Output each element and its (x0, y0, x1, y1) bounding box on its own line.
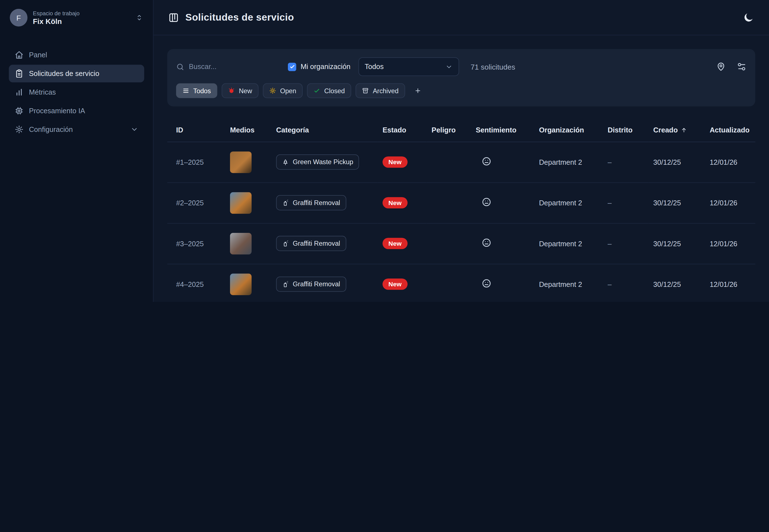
column-header[interactable]: Organización (534, 118, 603, 142)
request-id: #1–2025 (167, 142, 225, 182)
sidebar: F Espacio de trabajo Fix Köln Panel Soli… (0, 0, 153, 302)
chevrons-up-down-icon (135, 14, 143, 21)
column-header[interactable]: Actualizado (705, 118, 755, 142)
table-header-row: IDMediosCategoríaEstadoPeligroSentimient… (167, 118, 755, 142)
table-row[interactable]: #2–2025 Graffiti Removal New Department … (167, 183, 755, 223)
sidebar-nav: Panel Solicitudes de servicio Métricas P… (9, 46, 144, 138)
sort-arrow-up-icon (681, 127, 687, 133)
status-tab-closed[interactable]: Closed (307, 83, 351, 98)
category-label: Graffiti Removal (293, 280, 340, 288)
request-id: #4–2025 (167, 264, 225, 302)
bar-chart-icon (15, 88, 24, 97)
workspace-avatar: F (10, 9, 27, 26)
district-cell: – (603, 183, 648, 223)
request-count: 71 solicitudes (471, 63, 515, 71)
gear-icon (269, 87, 276, 94)
media-thumbnail[interactable] (230, 233, 252, 254)
workspace-name: Fix Köln (33, 17, 80, 25)
status-tabs: Todos New Open Closed (176, 83, 746, 98)
sidebar-item-label: Solicitudes de servicio (29, 70, 99, 77)
district-cell: – (603, 142, 648, 182)
sidebar-item-procesamiento-ia[interactable]: Procesamiento IA (9, 102, 144, 120)
requests-table: IDMediosCategoríaEstadoPeligroSentimient… (167, 118, 755, 302)
category-icon (282, 281, 289, 288)
danger-cell (427, 223, 471, 264)
danger-cell (427, 142, 471, 182)
status-tab-new[interactable]: New (222, 83, 258, 98)
table-row[interactable]: #3–2025 Graffiti Removal New Department … (167, 223, 755, 264)
my-organization-checkbox[interactable]: Mi organización (288, 63, 350, 71)
category-label: Graffiti Removal (293, 240, 340, 247)
created-cell: 30/12/25 (648, 264, 705, 302)
sidebar-item-solicitudes[interactable]: Solicitudes de servicio (9, 65, 144, 82)
kanban-icon (168, 12, 179, 23)
sidebar-item-label: Métricas (29, 88, 56, 96)
status-badge: New (382, 197, 407, 208)
search-box[interactable] (176, 63, 288, 71)
status-tab-archived[interactable]: Archived (355, 83, 405, 98)
sidebar-item-label: Panel (29, 51, 47, 59)
content-area: Mi organización Todos 71 solicitudes (153, 35, 769, 302)
category-icon (282, 240, 289, 247)
updated-cell: 12/01/26 (705, 183, 755, 223)
category-icon (282, 199, 289, 206)
status-filter-value: Todos (365, 63, 383, 71)
column-header[interactable]: Peligro (427, 118, 471, 142)
request-id: #3–2025 (167, 223, 225, 264)
filter-card: Mi organización Todos 71 solicitudes (167, 49, 755, 106)
column-header[interactable]: Sentimiento (471, 118, 534, 142)
media-thumbnail[interactable] (230, 151, 252, 173)
workspace-switcher[interactable]: F Espacio de trabajo Fix Köln (9, 7, 144, 29)
sidebar-item-configuracion[interactable]: Configuración (9, 121, 144, 138)
search-input[interactable] (189, 63, 274, 71)
danger-cell (427, 264, 471, 302)
column-header[interactable]: Categoría (271, 118, 377, 142)
updated-cell: 12/01/26 (705, 142, 755, 182)
column-header[interactable]: ID (167, 118, 225, 142)
page-header: Solicitudes de servicio (153, 0, 769, 35)
column-header[interactable]: Medios (225, 118, 271, 142)
sliders-icon[interactable] (737, 62, 746, 72)
plus-icon (414, 87, 421, 94)
alarm-icon (228, 87, 235, 94)
created-cell: 30/12/25 (648, 223, 705, 264)
neutral-face-icon (482, 197, 492, 207)
checkbox-checked-icon[interactable] (288, 63, 296, 71)
app-root: F Espacio de trabajo Fix Köln Panel Soli… (0, 0, 769, 302)
main-area: Solicitudes de servicio Mi organización (153, 0, 769, 302)
column-header[interactable]: Estado (377, 118, 427, 142)
chevron-down-icon (131, 125, 138, 133)
check-icon (313, 87, 320, 94)
sidebar-item-panel[interactable]: Panel (9, 46, 144, 64)
column-header[interactable]: Distrito (603, 118, 648, 142)
updated-cell: 12/01/26 (705, 223, 755, 264)
status-tab-todos[interactable]: Todos (176, 83, 217, 98)
organization-cell: Department 2 (534, 223, 603, 264)
status-filter-select[interactable]: Todos (358, 57, 459, 76)
sidebar-item-label: Procesamiento IA (29, 107, 85, 115)
table-row[interactable]: #4–2025 Graffiti Removal New Department … (167, 264, 755, 302)
table-row[interactable]: #1–2025 Green Waste Pickup New Departmen… (167, 142, 755, 182)
media-thumbnail[interactable] (230, 192, 252, 214)
updated-cell: 12/01/26 (705, 264, 755, 302)
media-thumbnail[interactable] (230, 273, 252, 295)
home-icon (15, 51, 24, 60)
neutral-face-icon (482, 279, 492, 288)
organization-cell: Department 2 (534, 183, 603, 223)
column-header[interactable]: Creado (648, 118, 705, 142)
search-icon (176, 63, 184, 71)
category-chip: Graffiti Removal (276, 277, 346, 292)
gear-icon (15, 125, 24, 134)
list-icon (182, 87, 189, 94)
chevron-down-icon (445, 63, 453, 70)
status-tab-open[interactable]: Open (263, 83, 303, 98)
archive-icon (362, 87, 369, 94)
map-pin-icon[interactable] (716, 62, 726, 72)
status-badge: New (382, 156, 407, 168)
category-label: Green Waste Pickup (293, 158, 353, 166)
add-filter-tab-button[interactable] (409, 83, 426, 98)
sidebar-item-metricas[interactable]: Métricas (9, 83, 144, 101)
theme-toggle-button[interactable] (743, 11, 754, 23)
neutral-face-icon (482, 156, 492, 166)
danger-cell (427, 183, 471, 223)
